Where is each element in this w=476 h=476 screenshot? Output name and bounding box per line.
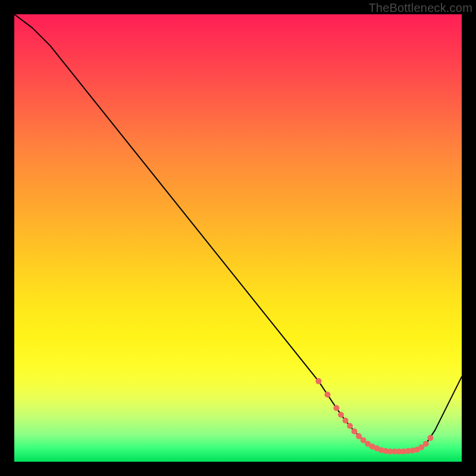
marker-dot (338, 412, 344, 418)
chart-frame: TheBottleneck.com (0, 0, 476, 476)
chart-svg (14, 14, 462, 462)
marker-dot (423, 441, 429, 447)
plot-area (14, 14, 462, 462)
marker-dot (347, 423, 353, 429)
marker-dot (343, 418, 349, 424)
marker-dot (427, 435, 433, 441)
marker-dot (333, 405, 339, 411)
marker-dot (352, 428, 358, 434)
marker-dot (315, 378, 321, 384)
marker-group (315, 378, 433, 455)
bottleneck-curve (14, 14, 462, 452)
marker-dot (324, 392, 330, 397)
marker-dot (356, 433, 362, 439)
watermark-text: TheBottleneck.com (368, 1, 472, 15)
